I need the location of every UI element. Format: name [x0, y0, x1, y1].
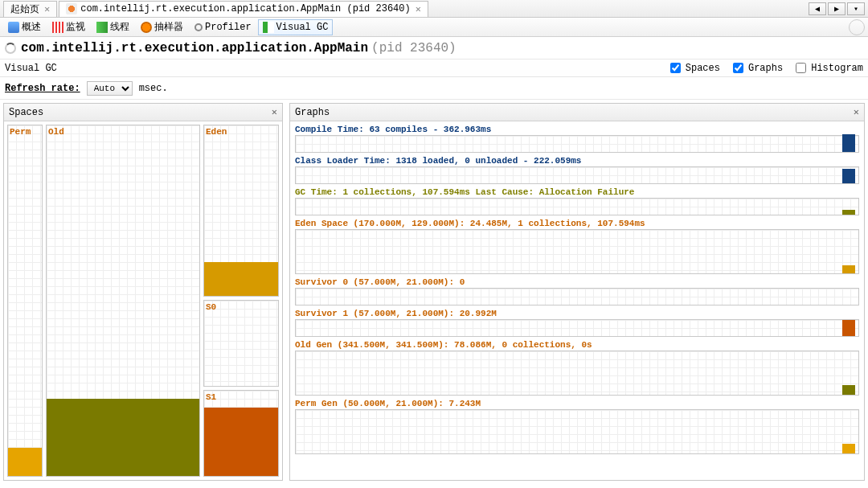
space-perm: Perm — [7, 125, 43, 477]
graphs-body: Compile Time: 63 compiles - 362.963msCla… — [290, 121, 864, 480]
check-spaces[interactable]: Spaces — [667, 60, 720, 76]
graph-title: Survivor 0 (57.000M, 21.000M): 0 — [295, 277, 859, 287]
space-s0: S0 — [203, 300, 279, 387]
graph-row: Survivor 1 (57.000M, 21.000M): 20.992M — [295, 309, 859, 337]
document-tabs: 起始页 ✕ com.intellij.rt.execution.applicat… — [0, 0, 868, 18]
tab-application-label: com.intellij.rt.execution.application.Ap… — [80, 3, 410, 14]
close-icon[interactable]: ✕ — [416, 3, 421, 15]
check-histogram[interactable]: Histogram — [792, 60, 863, 76]
window-controls: ◀ ▶ ▾ — [809, 2, 868, 15]
graph-strip — [295, 198, 859, 215]
window-menu-button[interactable]: ▾ — [847, 2, 865, 15]
graphs-pane-header: Graphs ✕ — [290, 104, 864, 121]
space-s1-label: S1 — [206, 392, 216, 402]
space-eden-label: Eden — [206, 127, 227, 137]
tab-application[interactable]: com.intellij.rt.execution.application.Ap… — [59, 1, 428, 17]
refresh-rate-unit: msec. — [139, 83, 168, 94]
page-title: com.intellij.rt.execution.application.Ap… — [21, 41, 368, 55]
loading-icon — [5, 43, 16, 54]
graph-title: Eden Space (170.000M, 129.000M): 24.485M… — [295, 219, 859, 228]
space-eden: Eden — [203, 125, 279, 297]
graph-title: GC Time: 1 collections, 107.594ms Last C… — [295, 187, 859, 197]
tab-start-page[interactable]: 起始页 ✕ — [3, 1, 57, 17]
graph-strip — [295, 351, 859, 396]
tab-sampler-label: 抽样器 — [154, 20, 183, 34]
title-bar: com.intellij.rt.execution.application.Ap… — [0, 37, 868, 59]
graph-row: Class Loader Time: 1318 loaded, 0 unload… — [295, 156, 859, 184]
tab-start-page-label: 起始页 — [10, 2, 39, 16]
profiler-icon — [194, 23, 203, 31]
window-next-button[interactable]: ▶ — [828, 2, 845, 15]
overview-icon — [8, 22, 19, 33]
tab-visualgc-label: Visual GC — [276, 22, 329, 33]
page-title-pid: (pid 23640) — [371, 41, 457, 55]
check-spaces-input[interactable] — [670, 63, 681, 73]
sub-header-label: Visual GC — [5, 63, 57, 74]
view-options-bar: Visual GC Spaces Graphs Histogram — [0, 59, 868, 77]
close-icon[interactable]: ✕ — [272, 106, 277, 118]
graph-strip — [295, 319, 859, 337]
graph-blip — [842, 210, 855, 215]
visualgc-icon — [263, 22, 274, 33]
monitor-icon — [52, 22, 63, 33]
sampler-icon — [141, 22, 152, 33]
graph-blip — [842, 265, 855, 273]
graph-title: Perm Gen (50.000M, 21.000M): 7.243M — [295, 399, 859, 408]
threads-icon — [96, 22, 108, 33]
tab-threads[interactable]: 线程 — [92, 18, 134, 36]
tab-profiler[interactable]: Profiler — [190, 19, 256, 35]
space-eden-fill — [204, 262, 278, 296]
graph-row: Compile Time: 63 compiles - 362.963ms — [295, 125, 859, 153]
graph-row: GC Time: 1 collections, 107.594ms Last C… — [295, 187, 859, 215]
space-s1: S1 — [203, 390, 279, 477]
graph-strip — [295, 166, 859, 184]
tool-tabs: 概述 监视 线程 抽样器 Profiler Visual GC — [0, 18, 868, 37]
close-icon[interactable]: ✕ — [854, 106, 859, 118]
tab-monitor[interactable]: 监视 — [47, 18, 90, 36]
graph-title: Old Gen (341.500M, 341.500M): 78.086M, 0… — [295, 340, 859, 350]
spaces-pane-title: Spaces — [9, 107, 43, 118]
content-area: Spaces ✕ Perm Old Eden — [0, 100, 868, 484]
graph-strip — [295, 288, 859, 306]
graph-row: Survivor 0 (57.000M, 21.000M): 0 — [295, 277, 859, 306]
check-histogram-input[interactable] — [796, 63, 806, 73]
graph-row: Eden Space (170.000M, 129.000M): 24.485M… — [295, 219, 859, 274]
check-graphs-label: Graphs — [748, 63, 783, 74]
check-graphs[interactable]: Graphs — [730, 60, 783, 76]
window-prev-button[interactable]: ◀ — [809, 2, 826, 15]
graph-blip — [842, 134, 855, 152]
tab-sampler[interactable]: 抽样器 — [136, 18, 188, 36]
check-histogram-label: Histogram — [811, 63, 863, 74]
graph-blip — [842, 444, 855, 453]
space-s0-label: S0 — [206, 302, 216, 312]
tab-monitor-label: 监视 — [66, 20, 85, 34]
space-old-label: Old — [48, 127, 64, 137]
spaces-body: Perm Old Eden S0 — [4, 121, 282, 480]
graphs-pane-title: Graphs — [295, 107, 330, 118]
tab-overview[interactable]: 概述 — [3, 18, 46, 36]
close-icon[interactable]: ✕ — [44, 3, 50, 15]
tab-overview-label: 概述 — [22, 20, 41, 34]
java-icon — [66, 3, 77, 14]
check-spaces-label: Spaces — [686, 63, 720, 74]
check-graphs-input[interactable] — [733, 63, 743, 73]
graph-title: Compile Time: 63 compiles - 362.963ms — [295, 125, 859, 134]
refresh-bar: Refresh rate: Auto msec. — [0, 77, 868, 100]
graph-strip — [295, 229, 859, 274]
space-perm-fill — [8, 448, 42, 476]
graph-blip — [842, 320, 855, 336]
tab-threads-label: 线程 — [110, 20, 129, 34]
tab-profiler-label: Profiler — [205, 22, 252, 33]
tab-visualgc[interactable]: Visual GC — [258, 19, 334, 35]
graph-blip — [842, 169, 855, 183]
refresh-rate-select[interactable]: Auto — [87, 81, 133, 96]
refresh-icon[interactable] — [849, 19, 865, 35]
graph-row: Old Gen (341.500M, 341.500M): 78.086M, 0… — [295, 340, 859, 396]
spaces-pane-header: Spaces ✕ — [4, 104, 282, 121]
space-old-fill — [47, 399, 199, 476]
graph-strip — [295, 135, 859, 153]
refresh-rate-label: Refresh rate: — [5, 83, 80, 94]
graph-blip — [842, 385, 855, 395]
graph-title: Class Loader Time: 1318 loaded, 0 unload… — [295, 156, 859, 166]
graph-row: Perm Gen (50.000M, 21.000M): 7.243M — [295, 399, 859, 454]
